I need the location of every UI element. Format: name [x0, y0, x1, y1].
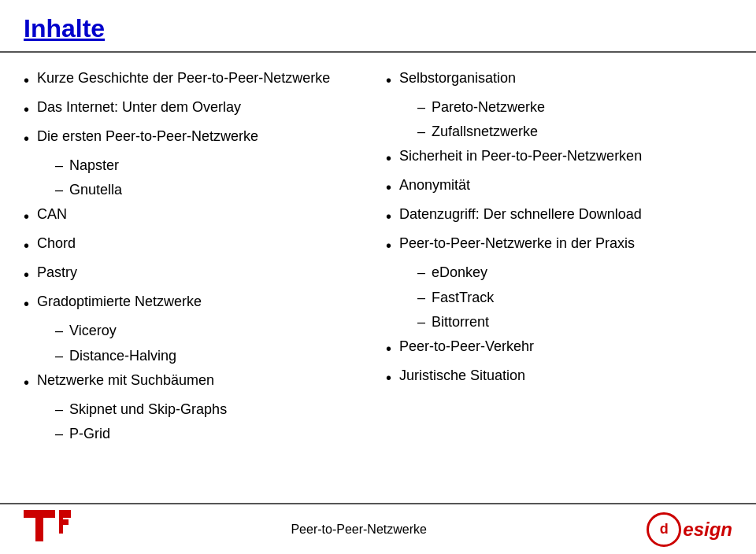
list-item: •Peer-to-Peer-Verkehr [386, 337, 732, 360]
design-text: esign [683, 519, 732, 541]
list-item-text: Kurze Geschichte der Peer-to-Peer-Netzwe… [37, 68, 330, 88]
list-item: •Sicherheit in Peer-to-Peer-Netzwerken [386, 146, 732, 169]
dash-icon: – [417, 98, 425, 117]
list-item-text: Selbstorganisation [399, 68, 516, 88]
bullet-icon: • [386, 205, 391, 227]
list-item-text: Peer-to-Peer-Netzwerke in der Praxis [399, 234, 635, 253]
list-item: •Anonymität [386, 175, 732, 198]
list-item-text: Das Internet: Unter dem Overlay [37, 98, 241, 117]
svg-rect-1 [35, 518, 43, 541]
list-item: •Gradoptimierte Netzwerke [24, 292, 370, 315]
sub-list-item: –Pareto-Netzwerke [417, 98, 732, 117]
sub-list-item: –FastTrack [417, 288, 732, 308]
sub-list-item-text: Pareto-Netzwerke [432, 98, 545, 117]
list-item: •Die ersten Peer-to-Peer-Netzwerke [24, 127, 370, 150]
list-item-text: CAN [37, 205, 67, 224]
list-item-text: Datenzugriff: Der schnellere Download [399, 205, 642, 224]
bullet-icon: • [386, 235, 391, 257]
tu-logo [24, 510, 71, 549]
list-item-text: Peer-to-Peer-Verkehr [399, 337, 534, 356]
sub-list-item: –eDonkey [417, 263, 732, 283]
footer-label: Peer-to-Peer-Netzwerke [291, 523, 427, 536]
list-item-text: Anonymität [399, 175, 470, 195]
list-item-text: Chord [37, 234, 76, 253]
bullet-icon: • [24, 205, 29, 227]
list-item: •Kurze Geschichte der Peer-to-Peer-Netzw… [24, 68, 370, 91]
page: Inhalte •Kurze Geschichte der Peer-to-Pe… [0, 0, 756, 554]
dash-icon: – [55, 346, 63, 366]
footer: Peer-to-Peer-Netzwerke d esign [0, 503, 756, 554]
sub-list-item: –P-Grid [55, 424, 370, 444]
sub-list-item: –Viceroy [55, 321, 370, 341]
list-item: •Selbstorganisation [386, 68, 732, 91]
left-column: •Kurze Geschichte der Peer-to-Peer-Netzw… [24, 68, 370, 495]
sub-list-item-text: FastTrack [432, 288, 494, 308]
list-item-text: Sicherheit in Peer-to-Peer-Netzwerken [399, 146, 642, 166]
bullet-icon: • [386, 69, 391, 91]
sub-list-item-text: Skipnet und Skip-Graphs [69, 400, 227, 419]
bullet-icon: • [24, 235, 29, 257]
sub-list-item: –Gnutella [55, 180, 370, 200]
list-item: •Netzwerke mit Suchbäumen [24, 371, 370, 393]
list-item-text: Juristische Situation [399, 366, 525, 386]
page-title: Inhalte [24, 14, 105, 42]
sub-list-item-text: Zufallsnetzwerke [432, 122, 538, 142]
sub-list-item: –Zufallsnetzwerke [417, 122, 732, 142]
sub-list-item-text: eDonkey [432, 263, 487, 283]
list-item-text: Pastry [37, 263, 77, 283]
sub-list-item-text: Napster [69, 156, 119, 175]
list-item: •Juristische Situation [386, 366, 732, 389]
dash-icon: – [417, 122, 425, 142]
bullet-icon: • [386, 367, 391, 389]
bullet-icon: • [386, 176, 391, 198]
list-item: •Peer-to-Peer-Netzwerke in der Praxis [386, 234, 732, 257]
bullet-icon: • [24, 293, 29, 315]
svg-rect-0 [24, 510, 55, 518]
right-column: •Selbstorganisation–Pareto-Netzwerke–Zuf… [386, 68, 732, 495]
list-item-text: Gradoptimierte Netzwerke [37, 292, 202, 312]
list-item: •Chord [24, 234, 370, 257]
dash-icon: – [417, 288, 425, 308]
dash-icon: – [55, 424, 63, 444]
sub-list-item: –Bittorrent [417, 312, 732, 332]
sub-list-item-text: Gnutella [69, 180, 122, 200]
footer-center-text: Peer-to-Peer-Netzwerke [291, 523, 427, 537]
design-logo: d esign [647, 512, 732, 547]
sub-list-item: –Skipnet und Skip-Graphs [55, 400, 370, 419]
bullet-icon: • [24, 127, 29, 150]
bullet-icon: • [24, 69, 29, 91]
sub-list-item-text: Bittorrent [432, 312, 489, 332]
dash-icon: – [55, 180, 63, 200]
list-item: •Das Internet: Unter dem Overlay [24, 98, 370, 120]
bullet-icon: • [24, 371, 29, 393]
dash-icon: – [417, 263, 425, 283]
main-content: •Kurze Geschichte der Peer-to-Peer-Netzw… [0, 53, 756, 503]
bullet-icon: • [386, 147, 391, 169]
list-item: •Pastry [24, 263, 370, 286]
dash-icon: – [55, 400, 63, 419]
header: Inhalte [0, 0, 756, 53]
list-item-text: Die ersten Peer-to-Peer-Netzwerke [37, 127, 258, 146]
list-item: •Datenzugriff: Der schnellere Download [386, 205, 732, 227]
bullet-icon: • [24, 264, 29, 286]
sub-list-item-text: P-Grid [69, 424, 110, 444]
bullet-icon: • [386, 338, 391, 360]
sub-list-item: –Distance-Halving [55, 346, 370, 366]
bullet-icon: • [24, 98, 29, 120]
dash-icon: – [55, 321, 63, 341]
sub-list-item-text: Viceroy [69, 321, 117, 341]
list-item: •CAN [24, 205, 370, 227]
svg-rect-4 [59, 519, 69, 525]
list-item-text: Netzwerke mit Suchbäumen [37, 371, 214, 390]
dash-icon: – [417, 312, 425, 332]
dash-icon: – [55, 156, 63, 175]
sub-list-item-text: Distance-Halving [69, 346, 176, 366]
sub-list-item: –Napster [55, 156, 370, 175]
design-circle-icon: d [647, 512, 681, 547]
